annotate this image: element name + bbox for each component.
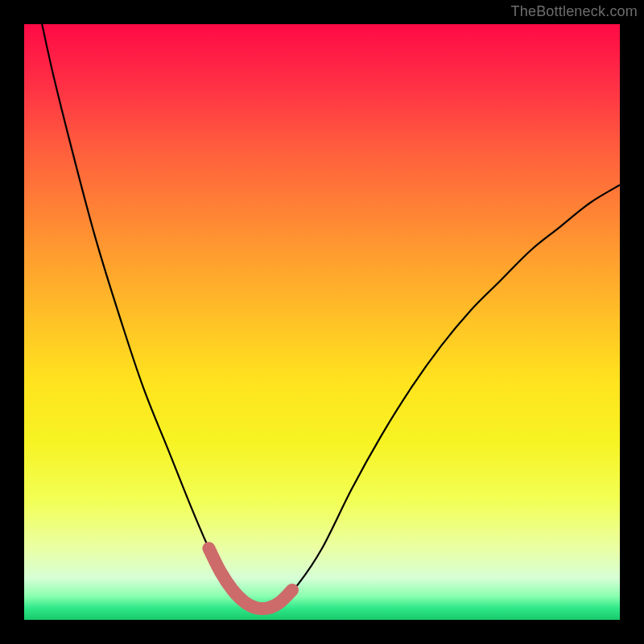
bottleneck-curve [24,24,620,620]
valley-highlight [208,548,292,609]
chart-frame: TheBottleneck.com [0,0,644,644]
plot-area [24,24,620,620]
attribution-label: TheBottleneck.com [511,3,638,20]
curve-line [42,24,620,609]
